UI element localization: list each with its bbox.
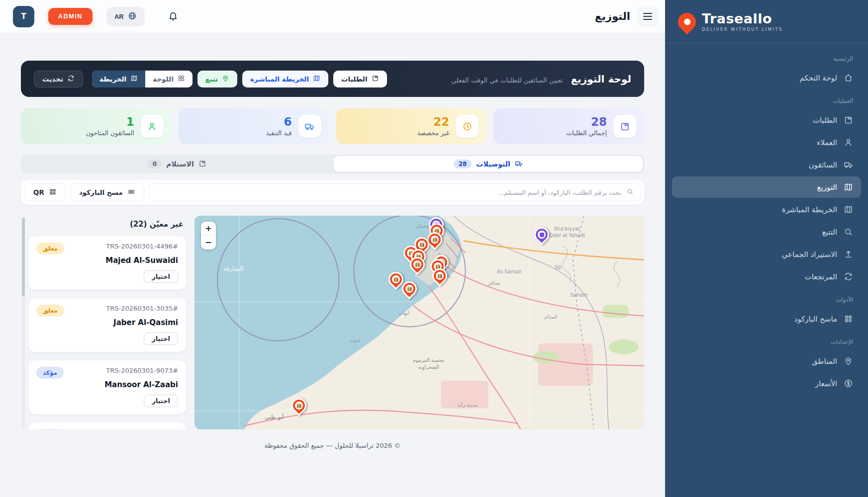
order-marker[interactable] bbox=[388, 272, 403, 287]
nav-section-tools: الأدوات bbox=[665, 288, 868, 307]
package-icon bbox=[844, 115, 853, 125]
scan-barcode-label: مسح الباركود bbox=[79, 188, 123, 196]
sidebar: Traseallo DELIVER WITHOUT LIMITS الرئيسي… bbox=[665, 0, 868, 497]
stat-label: غير مخصصة bbox=[417, 129, 449, 137]
qr-button[interactable]: QR bbox=[24, 183, 66, 201]
select-order-button[interactable]: اختيار bbox=[144, 332, 178, 345]
tab-deliveries[interactable]: التوصيلات 28 bbox=[334, 156, 643, 172]
sidebar-item-distribution[interactable]: التوزيع bbox=[672, 176, 861, 198]
view-switcher: اللوحة الخريطة bbox=[92, 71, 193, 87]
map-icon bbox=[313, 75, 320, 83]
sidebar-item-dashboard[interactable]: لوحة التحكم bbox=[665, 67, 868, 88]
order-marker[interactable] bbox=[291, 398, 306, 413]
language-selector[interactable]: AR bbox=[106, 7, 145, 26]
sidebar-item-live-map[interactable]: الخريطة المباشرة bbox=[665, 199, 868, 220]
notifications-button[interactable] bbox=[168, 10, 179, 23]
tab-label: الاستلام bbox=[166, 160, 194, 168]
stat-label: السائقون المتاحون bbox=[86, 129, 134, 137]
sidebar-item-label: ماسح الباركود bbox=[794, 315, 837, 324]
stat-value: 1 bbox=[126, 116, 134, 128]
select-order-button[interactable]: اختيار bbox=[144, 395, 178, 407]
search-field-wrapper bbox=[149, 183, 641, 201]
hamburger-icon bbox=[643, 13, 652, 14]
scrollbar-thumb[interactable] bbox=[22, 218, 25, 296]
order-marker[interactable] bbox=[410, 257, 425, 272]
package-icon bbox=[198, 160, 206, 169]
order-card[interactable]: #TRS-20260301-4496 معلق Majed Al-Suwaidi… bbox=[28, 236, 187, 290]
select-order-button[interactable]: اختيار bbox=[144, 270, 178, 283]
sidebar-item-orders[interactable]: الطلبات bbox=[665, 109, 868, 131]
order-card[interactable]: #TRS-20260301-4372 مؤكد Saif Al-Hashimi … bbox=[28, 422, 187, 429]
map-icon bbox=[844, 182, 853, 192]
nav-section-operations: العمليات bbox=[665, 89, 868, 108]
status-badge: مؤكد bbox=[36, 367, 64, 379]
sidebar-item-bulk-import[interactable]: الاستيراد الجماعي bbox=[665, 244, 868, 265]
scan-barcode-button[interactable]: مسح الباركود bbox=[70, 183, 144, 201]
user-avatar[interactable]: T bbox=[13, 6, 34, 27]
mode-tabs: التوصيلات 28 الاستلام 0 bbox=[21, 155, 644, 173]
map-markers-layer bbox=[194, 216, 644, 429]
qr-button-label: QR bbox=[33, 188, 44, 196]
tab-pickup[interactable]: الاستلام 0 bbox=[22, 156, 332, 172]
sidebar-item-label: السائقون bbox=[809, 161, 837, 169]
sidebar-item-label: التتبع bbox=[822, 228, 837, 237]
stat-value: 22 bbox=[433, 116, 449, 128]
order-marker[interactable] bbox=[432, 268, 447, 283]
dispatch-title: لوحة التوزيع bbox=[571, 73, 631, 85]
nav-section-home: الرئيسية bbox=[665, 47, 868, 66]
admin-role-badge[interactable]: ADMIN bbox=[48, 8, 93, 25]
sidebar-item-barcode-scanner[interactable]: ماسح الباركود bbox=[665, 308, 868, 330]
stat-available-drivers: 1 السائقون المتاحون bbox=[21, 108, 172, 144]
search-toolbar: مسح الباركود QR bbox=[21, 180, 644, 205]
zoom-out-button[interactable]: − bbox=[201, 236, 216, 249]
brand-logo[interactable]: Traseallo DELIVER WITHOUT LIMITS bbox=[665, 0, 868, 43]
search-input[interactable] bbox=[156, 189, 621, 196]
sidebar-item-prices[interactable]: الأسعار bbox=[665, 373, 868, 394]
sidebar-item-label: الأسعار bbox=[815, 379, 837, 388]
main-area: التوزيع AR ADMIN T لوحة التوزيع تعيين ال… bbox=[0, 0, 665, 497]
order-card[interactable]: #TRS-20260301-3035 معلق Jaber Al-Qasimi … bbox=[28, 298, 187, 352]
truck-icon bbox=[844, 160, 853, 169]
qr-icon bbox=[49, 188, 57, 197]
status-badge: مؤكد bbox=[36, 429, 64, 429]
stat-in-progress: 6 قيد التنفيذ bbox=[179, 108, 329, 144]
truck-icon bbox=[298, 115, 321, 138]
barcode-icon bbox=[127, 188, 135, 197]
home-icon bbox=[844, 73, 853, 83]
grid-icon bbox=[178, 75, 185, 83]
sidebar-item-customers[interactable]: العملاء bbox=[665, 132, 868, 153]
order-number: #TRS-20260301-4372 bbox=[106, 429, 178, 429]
driver-marker[interactable] bbox=[534, 227, 549, 242]
dispatch-header-card: لوحة التوزيع تعيين السائقين للطلبات في ا… bbox=[21, 61, 644, 97]
topbar: التوزيع AR ADMIN T bbox=[0, 0, 665, 33]
clock-icon bbox=[456, 115, 479, 138]
live-map-button[interactable]: الخريطة المباشرة bbox=[242, 71, 328, 87]
orders-button[interactable]: الطلبات bbox=[333, 71, 387, 87]
map-icon bbox=[844, 205, 853, 214]
sidebar-item-label: الاستيراد الجماعي bbox=[782, 250, 837, 259]
dispatch-map[interactable]: إمارة عجمانSha'biyyatQabr al Yahudiالشار… bbox=[194, 216, 644, 429]
map-zoom-control: + − bbox=[201, 222, 216, 249]
refresh-button[interactable]: تحديث bbox=[34, 71, 83, 87]
stat-label: قيد التنفيذ bbox=[266, 129, 292, 137]
stat-value: 28 bbox=[591, 116, 607, 128]
page-title: التوزيع bbox=[595, 10, 630, 22]
map-view-button[interactable]: الخريطة bbox=[92, 71, 145, 87]
search-icon bbox=[626, 188, 634, 197]
stat-total-orders: 28 إجمالي الطلبات bbox=[493, 108, 644, 144]
stat-label: إجمالي الطلبات bbox=[567, 129, 607, 137]
order-marker[interactable] bbox=[402, 281, 417, 296]
stats-row: 28 إجمالي الطلبات 22 غير مخصصة 6 قيد الت… bbox=[21, 108, 644, 144]
order-card[interactable]: #TRS-20260301-9073 مؤكد Mansoor Al-Zaabi… bbox=[28, 360, 187, 414]
sidebar-item-zones[interactable]: المناطق bbox=[665, 350, 868, 372]
sidebar-item-returns[interactable]: المرتجعات bbox=[665, 266, 868, 287]
copyright-text: © 2026 تراسيلا للحلول — جميع الحقوق محفو… bbox=[265, 442, 401, 449]
track-button[interactable]: تتبع bbox=[197, 71, 237, 87]
board-view-button[interactable]: اللوحة bbox=[145, 71, 193, 87]
sidebar-item-drivers[interactable]: السائقون bbox=[665, 154, 868, 175]
order-number: #TRS-20260301-3035 bbox=[106, 305, 178, 312]
sidebar-item-tracking[interactable]: التتبع bbox=[665, 221, 868, 243]
status-badge: معلق bbox=[36, 243, 64, 254]
zoom-in-button[interactable]: + bbox=[201, 222, 216, 236]
menu-toggle-button[interactable] bbox=[637, 6, 658, 27]
